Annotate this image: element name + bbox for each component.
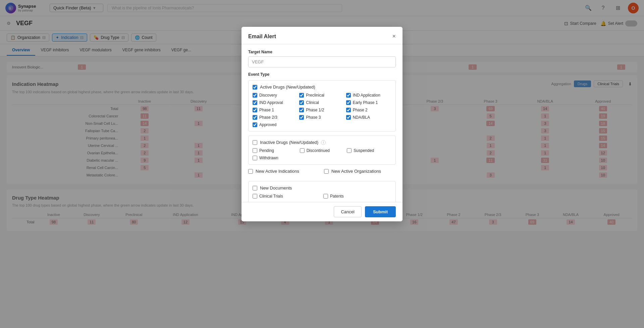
phase1-checkbox[interactable]: [253, 108, 257, 112]
ind-approval-checkbox[interactable]: [253, 100, 257, 105]
new-active-indications-row: New Active Indications: [248, 169, 320, 174]
modal-close-button[interactable]: ×: [392, 33, 396, 40]
new-organizations-checkbox[interactable]: [324, 169, 329, 174]
approved-checkbox[interactable]: [253, 122, 257, 127]
active-drugs-checkbox[interactable]: [253, 85, 257, 90]
modal-footer: Cancel Submit: [241, 202, 402, 221]
new-indications-checkbox[interactable]: [248, 169, 253, 174]
doc-patents: Patents: [323, 194, 391, 199]
inactive-drugs-header: Inactive Drugs (New/Updated) i: [253, 140, 391, 145]
active-phases-grid: Discovery Preclinical IND Application IN…: [253, 93, 391, 127]
new-documents-section: New Documents Clinical Trials Patents: [248, 181, 396, 203]
inactive-pending: Pending: [253, 148, 297, 153]
phase-12: Phase 1/2: [299, 108, 344, 112]
inactive-suspended: Suspended: [347, 148, 391, 153]
pending-checkbox[interactable]: [253, 148, 257, 153]
modal-header: Email Alert ×: [241, 27, 402, 44]
phase-2: Phase 2: [346, 108, 391, 112]
info-icon: i: [321, 140, 326, 145]
phase2-checkbox[interactable]: [346, 108, 351, 112]
inactive-drugs-label: Inactive Drugs (New/Updated): [260, 140, 318, 145]
modal-overlay: Email Alert × Target Name Event Type Act…: [0, 0, 644, 328]
active-drugs-section: Active Drugs (New/Updated) Discovery Pre…: [248, 80, 396, 131]
email-alert-modal: Email Alert × Target Name Event Type Act…: [241, 27, 402, 221]
new-active-row: New Active Indications New Active Organi…: [248, 169, 396, 177]
phase23-checkbox[interactable]: [253, 115, 257, 120]
phase-early1: Early Phase 1: [346, 100, 391, 105]
phase-3: Phase 3: [299, 115, 344, 120]
new-documents-header: New Documents: [253, 185, 391, 190]
active-drugs-label: Active Drugs (New/Updated): [260, 85, 315, 90]
phase-approved: Approved: [253, 122, 298, 127]
nda-checkbox[interactable]: [346, 115, 351, 120]
inactive-drugs-section: Inactive Drugs (New/Updated) i Pending D…: [248, 135, 396, 165]
phase-discovery: Discovery: [253, 93, 298, 98]
modal-body: Target Name Event Type Active Drugs (New…: [241, 44, 402, 212]
inactive-phases-grid: Pending Discontinued Suspended Withdrawn: [253, 148, 391, 160]
phase-clinical: Clinical: [299, 100, 344, 105]
cancel-button[interactable]: Cancel: [334, 206, 361, 217]
preclinical-checkbox[interactable]: [299, 93, 304, 98]
submit-button[interactable]: Submit: [365, 206, 396, 217]
discovery-checkbox[interactable]: [253, 93, 257, 98]
documents-grid: Clinical Trials Patents: [253, 194, 391, 199]
ind-app-checkbox[interactable]: [346, 93, 351, 98]
event-type-label: Event Type: [248, 72, 396, 77]
inactive-drugs-checkbox[interactable]: [253, 140, 257, 145]
target-name-input[interactable]: [248, 56, 396, 67]
phase-23: Phase 2/3: [253, 115, 298, 120]
phase-preclinical: Preclinical: [299, 93, 344, 98]
new-active-organizations-row: New Active Organizations: [324, 169, 396, 174]
new-documents-checkbox[interactable]: [253, 186, 257, 190]
new-documents-label: New Documents: [260, 185, 292, 190]
withdrawn-checkbox[interactable]: [253, 156, 257, 160]
patents-checkbox[interactable]: [323, 194, 328, 199]
phase3-checkbox[interactable]: [299, 115, 304, 120]
phase-ind-approval: IND Approval: [253, 100, 298, 105]
phase-nda: NDA/BLA: [346, 115, 391, 120]
clinical-checkbox[interactable]: [299, 100, 304, 105]
phase-ind-application: IND Application: [346, 93, 391, 98]
suspended-checkbox[interactable]: [347, 148, 352, 153]
inactive-withdrawn: Withdrawn: [253, 156, 297, 160]
phase-1: Phase 1: [253, 108, 298, 112]
phase12-checkbox[interactable]: [299, 108, 304, 112]
clinical-trials-checkbox[interactable]: [253, 194, 257, 199]
discontinued-checkbox[interactable]: [300, 148, 305, 153]
early-phase1-checkbox[interactable]: [346, 100, 351, 105]
target-name-label: Target Name: [248, 50, 396, 54]
inactive-discontinued: Discontinued: [300, 148, 344, 153]
doc-clinical-trials: Clinical Trials: [253, 194, 321, 199]
modal-title: Email Alert: [248, 34, 276, 40]
active-drugs-header: Active Drugs (New/Updated): [253, 85, 391, 90]
